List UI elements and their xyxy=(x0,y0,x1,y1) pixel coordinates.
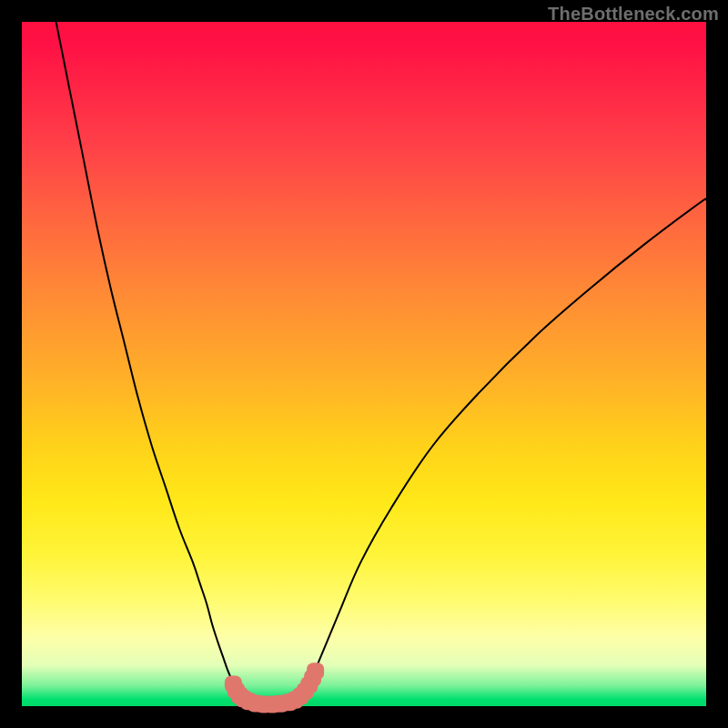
curve-right-branch xyxy=(297,198,706,702)
data-marker xyxy=(307,662,324,680)
curve-left-branch xyxy=(56,22,248,702)
curve-overlay xyxy=(22,22,706,706)
marker-group xyxy=(225,662,324,713)
